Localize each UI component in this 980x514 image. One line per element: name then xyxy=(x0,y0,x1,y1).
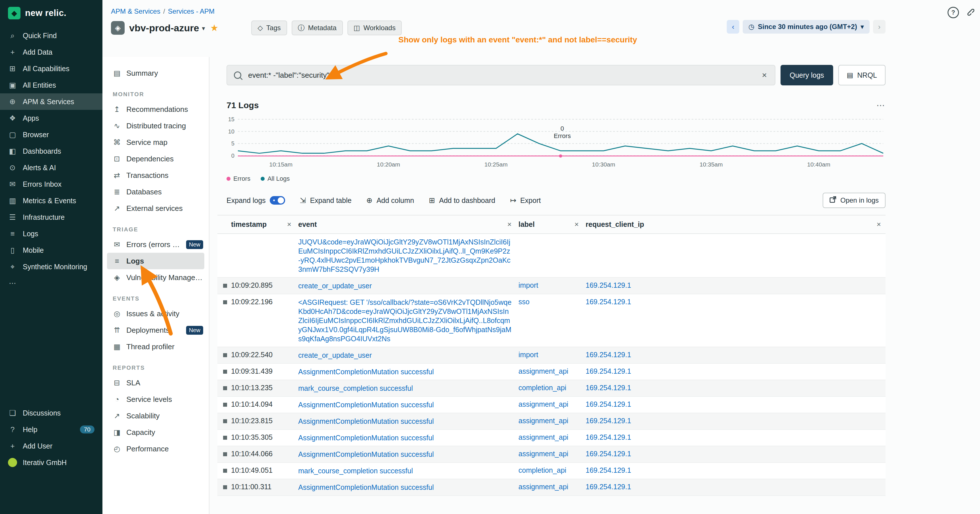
cell-request-client-ip-link[interactable]: 169.254.129.1 xyxy=(585,367,631,375)
cell-event-link[interactable]: AssignmentCompletionMutation successful xyxy=(298,368,434,376)
cell-label-link[interactable]: assignment_api xyxy=(519,400,568,408)
remove-timestamp-column-icon[interactable]: × xyxy=(286,220,293,229)
log-search-box[interactable]: × xyxy=(226,65,775,85)
cell-event-link[interactable]: create_or_update_user xyxy=(298,351,372,359)
favorite-star-icon[interactable]: ★ xyxy=(210,22,218,33)
expand-table-button[interactable]: ⇲ Expand table xyxy=(300,196,352,205)
sidebar-item-scalability[interactable]: ↗Scalability xyxy=(102,407,209,424)
cell-label-link[interactable]: assignment_api xyxy=(519,433,568,441)
logs-timeseries-chart[interactable]: 05101510:15am10:20am10:25am10:30am10:35a… xyxy=(226,115,886,169)
timestamp-column-header[interactable]: timestamp× xyxy=(229,215,296,234)
cell-event-link[interactable]: <ASGIRequest: GET '/sso/callback/?state=… xyxy=(298,298,512,343)
cell-event-link[interactable]: mark_course_completion successful xyxy=(298,384,413,392)
sidebar-item-performance[interactable]: ◴Performance xyxy=(102,441,209,457)
nav-item-quick-find[interactable]: ⌕Quick Find xyxy=(0,27,102,44)
table-row[interactable]: 10:10:49.051mark_course_completion succe… xyxy=(217,463,886,479)
table-row[interactable]: 10:10:23.815AssignmentCompletionMutation… xyxy=(217,413,886,430)
nav-item-synthetic-monitoring[interactable]: ⌖Synthetic Monitoring xyxy=(0,258,102,275)
query-logs-button[interactable]: Query logs xyxy=(781,65,833,85)
clear-search-icon[interactable]: × xyxy=(760,70,768,80)
cell-request-client-ip-link[interactable]: 169.254.129.1 xyxy=(585,281,631,289)
legend-errors[interactable]: Errors xyxy=(226,175,250,183)
nav-item-alerts-ai[interactable]: ⊙Alerts & AI xyxy=(0,159,102,176)
cell-label-link[interactable]: assignment_api xyxy=(519,483,568,491)
row-select-checkbox[interactable] xyxy=(223,386,227,390)
cell-request-client-ip-link[interactable]: 169.254.129.1 xyxy=(585,384,631,391)
nav-item-apm-services[interactable]: ⊕APM & Services xyxy=(0,93,102,110)
table-row[interactable]: 10:09:20.895create_or_update_userimport1… xyxy=(217,277,886,294)
cell-request-client-ip-link[interactable]: 169.254.129.1 xyxy=(585,400,631,408)
sidebar-item-transactions[interactable]: ⇄Transactions xyxy=(102,167,209,183)
cell-event-link[interactable]: AssignmentCompletionMutation successful xyxy=(298,450,434,458)
nav-item-iterativ-gmbh[interactable]: Iterativ GmbH xyxy=(0,454,102,471)
help-circle-icon[interactable]: ? xyxy=(948,7,959,18)
sidebar-item-service-levels[interactable]: ◔Service levels xyxy=(102,391,209,407)
label-column-header[interactable]: label× xyxy=(516,215,583,234)
workloads-button[interactable]: ◫ Workloads xyxy=(347,21,402,35)
cell-event-link[interactable]: AssignmentCompletionMutation successful xyxy=(298,434,434,442)
nav-item-apps[interactable]: ❖Apps xyxy=(0,110,102,126)
chart-more-menu-icon[interactable]: ⋯ xyxy=(877,100,886,110)
table-row[interactable]: 10:10:13.235mark_course_completion succe… xyxy=(217,380,886,396)
cell-request-client-ip-link[interactable]: 169.254.129.1 xyxy=(585,466,631,474)
table-row[interactable]: JUQVU&code=eyJraWQiOiJjcGltY29yZV8wOTl1M… xyxy=(217,234,886,277)
table-row[interactable]: 10:10:35.305AssignmentCompletionMutation… xyxy=(217,430,886,446)
cell-request-client-ip-link[interactable]: 169.254.129.1 xyxy=(585,351,631,359)
cell-label-link[interactable]: completion_api xyxy=(519,466,566,474)
nrql-button[interactable]: ▤ NRQL xyxy=(838,65,886,85)
remove-label-column-icon[interactable]: × xyxy=(573,220,580,229)
cell-event-link[interactable]: AssignmentCompletionMutation successful xyxy=(298,401,434,409)
table-row[interactable]: 10:09:31.439AssignmentCompletionMutation… xyxy=(217,363,886,380)
nav-item-more[interactable]: ⋯ xyxy=(0,275,102,291)
cell-label-link[interactable]: import xyxy=(519,351,538,359)
row-select-checkbox[interactable] xyxy=(223,419,227,423)
nav-item-logs[interactable]: ≡Logs xyxy=(0,225,102,242)
nav-item-all-entities[interactable]: ▣All Entities xyxy=(0,77,102,93)
row-select-checkbox[interactable] xyxy=(223,403,227,407)
cell-request-client-ip-link[interactable]: 169.254.129.1 xyxy=(585,433,631,441)
cell-label-link[interactable]: assignment_api xyxy=(519,417,568,425)
cell-event-link[interactable]: AssignmentCompletionMutation successful xyxy=(298,483,434,491)
cell-label-link[interactable]: assignment_api xyxy=(519,450,568,458)
sidebar-item-databases[interactable]: ≣Databases xyxy=(102,183,209,200)
sidebar-item-errors-errors-inb[interactable]: ✉Errors (errors inb...New xyxy=(102,236,209,253)
row-select-checkbox[interactable] xyxy=(223,300,227,304)
nav-item-metrics-events[interactable]: ▥Metrics & Events xyxy=(0,193,102,209)
cell-label-link[interactable]: completion_api xyxy=(519,384,566,391)
event-column-header[interactable]: event× xyxy=(296,215,516,234)
nav-item-infrastructure[interactable]: ☰Infrastructure xyxy=(0,209,102,225)
brand[interactable]: ◆ new relic. xyxy=(0,0,102,27)
metadata-button[interactable]: ⓘ Metadata xyxy=(292,21,343,35)
row-select-checkbox[interactable] xyxy=(223,485,227,489)
sidebar-item-distributed-tracing[interactable]: ∿Distributed tracing xyxy=(102,118,209,134)
cell-label-link[interactable]: sso xyxy=(519,298,530,306)
sidebar-item-logs[interactable]: ≡Logs xyxy=(107,253,204,269)
table-row[interactable]: 10:09:22.540create_or_update_userimport1… xyxy=(217,347,886,363)
table-row[interactable]: 10:10:44.066AssignmentCompletionMutation… xyxy=(217,446,886,463)
nav-item-mobile[interactable]: ▯Mobile xyxy=(0,242,102,258)
sidebar-item-sla[interactable]: ⊟SLA xyxy=(102,374,209,391)
tags-button[interactable]: ◇ Tags xyxy=(251,21,287,35)
row-select-checkbox[interactable] xyxy=(223,284,227,288)
breadcrumb-apm-services[interactable]: APM & Services xyxy=(111,7,160,15)
cell-event-link[interactable]: create_or_update_user xyxy=(298,282,372,290)
cell-event-link[interactable]: JUQVU&code=eyJraWQiOiJjcGltY29yZV8wOTl1M… xyxy=(298,238,511,273)
sidebar-item-issues-activity[interactable]: ◎Issues & activity xyxy=(102,306,209,322)
sidebar-item-deployments[interactable]: ⇈DeploymentsNew xyxy=(102,322,209,338)
entity-switcher-chevron-icon[interactable]: ▾ xyxy=(202,25,205,32)
sidebar-item-summary[interactable]: ▤Summary xyxy=(102,65,209,81)
nav-item-add-user[interactable]: +Add User xyxy=(0,438,102,454)
cell-label-link[interactable]: assignment_api xyxy=(519,367,568,375)
time-range-button[interactable]: ◷ Since 30 minutes ago (GMT+2) ▾ xyxy=(743,20,870,33)
sidebar-item-recommendations[interactable]: ↥Recommendations xyxy=(102,101,209,118)
permalink-icon[interactable] xyxy=(966,7,974,18)
sidebar-item-external-services[interactable]: ↗External services xyxy=(102,200,209,216)
cell-request-client-ip-link[interactable]: 169.254.129.1 xyxy=(585,298,631,306)
nav-item-errors-inbox[interactable]: ✉Errors Inbox xyxy=(0,176,102,193)
request-client-ip-column-header[interactable]: request_client_ip× xyxy=(583,215,886,234)
export-button[interactable]: ↦ Export xyxy=(510,196,541,205)
row-select-checkbox[interactable] xyxy=(223,370,227,374)
expand-logs-toggle[interactable] xyxy=(270,196,285,205)
nav-item-all-capabilities[interactable]: ⊞All Capabilities xyxy=(0,60,102,77)
nav-item-add-data[interactable]: +Add Data xyxy=(0,44,102,60)
